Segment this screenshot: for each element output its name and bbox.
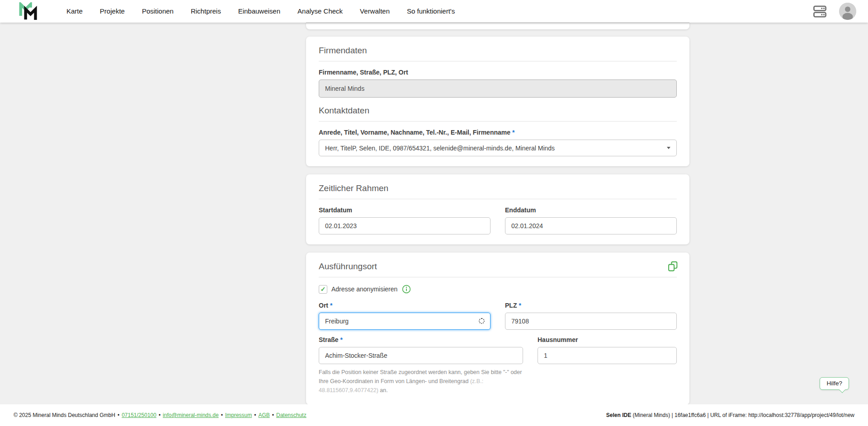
divider <box>319 199 677 199</box>
separator-dot: • <box>159 412 160 418</box>
speech-bubble-tail <box>839 387 845 393</box>
plz-input[interactable] <box>505 313 677 330</box>
startdatum-group: Startdatum <box>319 206 491 234</box>
required-asterisk: * <box>512 129 514 136</box>
required-asterisk: * <box>519 302 521 309</box>
divider <box>319 277 677 277</box>
strasse-group: Straße* Falls die Position keiner Straße… <box>319 336 523 395</box>
help-button[interactable]: Hilfe? <box>820 377 849 390</box>
divider <box>319 121 677 122</box>
divider <box>319 61 677 61</box>
server-icon[interactable] <box>812 4 827 19</box>
required-asterisk: * <box>330 302 332 309</box>
anonymize-checkbox[interactable]: ✓ <box>319 285 327 294</box>
firmendaten-card: Firmendaten Firmenname, Straße, PLZ, Ort… <box>306 37 689 166</box>
debug-details: (Mineral Minds) | 16fae1ffc6a6 | URL of … <box>631 412 854 418</box>
anonymize-row: ✓ Adresse anonymisieren <box>319 285 677 294</box>
contact-field-label-text: Anrede, Titel, Vorname, Nachname, Tel.-N… <box>319 129 510 136</box>
hint-suffix: an. <box>378 387 388 393</box>
nav-item-einbauweisen[interactable]: Einbauweisen <box>230 0 289 23</box>
ort-label: Ort* <box>319 302 491 309</box>
logo-mark-icon <box>18 2 39 20</box>
copyright-text: © 2025 Mineral Minds Deutschland GmbH <box>14 412 115 418</box>
hausnummer-input[interactable] <box>538 347 677 364</box>
copy-icon[interactable] <box>667 261 679 274</box>
enddatum-input[interactable] <box>505 217 677 234</box>
enddatum-label: Enddatum <box>505 206 677 214</box>
nav-item-verwalten[interactable]: Verwalten <box>351 0 398 23</box>
separator-dot: • <box>272 412 274 418</box>
company-field-label: Firmenname, Straße, PLZ, Ort <box>319 69 677 76</box>
footer-agb-link[interactable]: AGB <box>258 412 269 418</box>
footer-left: © 2025 Mineral Minds Deutschland GmbH • … <box>14 412 307 418</box>
required-asterisk: * <box>340 336 343 343</box>
top-navbar: Karte Projekte Positionen Richtpreis Ein… <box>0 0 868 23</box>
startdatum-input[interactable] <box>319 217 491 234</box>
anonymize-label: Adresse anonymisieren <box>331 286 397 293</box>
kontaktdaten-title: Kontaktdaten <box>319 106 677 116</box>
strasse-label: Straße* <box>319 336 523 343</box>
startdatum-label: Startdatum <box>319 206 491 214</box>
nav-item-richtpreis[interactable]: Richtpreis <box>182 0 230 23</box>
plz-group: PLZ* <box>505 302 677 330</box>
plz-label: PLZ* <box>505 302 677 309</box>
footer-datenschutz-link[interactable]: Datenschutz <box>276 412 307 418</box>
form-column: Firmendaten Firmenname, Straße, PLZ, Ort… <box>306 23 689 426</box>
ausfuehrungsort-card: Ausführungsort ✓ Adresse anonymisieren O… <box>306 253 689 405</box>
hausnummer-label: Hausnummer <box>538 336 677 343</box>
nav-item-projekte[interactable]: Projekte <box>91 0 133 23</box>
strasse-hint-text: Falls die Position keiner Straße zugeord… <box>319 368 523 395</box>
contact-select[interactable]: Herr, TitelP, Selen, IDE, 0987/654321, s… <box>319 140 677 156</box>
ort-label-text: Ort <box>319 302 328 309</box>
help-button-label: Hilfe? <box>826 380 842 387</box>
plz-label-text: PLZ <box>505 302 517 309</box>
hint-main: Falls die Position keiner Straße zugeord… <box>319 369 522 384</box>
nav-item-karte[interactable]: Karte <box>58 0 91 23</box>
footer: © 2025 Mineral Minds Deutschland GmbH • … <box>0 404 868 426</box>
loading-spinner-icon <box>479 318 485 324</box>
separator-dot: • <box>254 412 256 418</box>
ausfuehrungsort-title: Ausführungsort <box>319 262 677 272</box>
navbar-right <box>812 3 856 20</box>
nav-item-positionen[interactable]: Positionen <box>133 0 182 23</box>
info-icon[interactable] <box>402 285 411 294</box>
strasse-input[interactable] <box>319 347 523 364</box>
ort-input[interactable] <box>319 313 491 330</box>
strasse-label-text: Straße <box>319 336 339 343</box>
separator-dot: • <box>221 412 223 418</box>
ort-group: Ort* <box>319 302 491 330</box>
contact-select-value: Herr, TitelP, Selen, IDE, 0987/654321, s… <box>325 145 555 152</box>
footer-email-link[interactable]: info@mineral-minds.de <box>163 412 219 418</box>
previous-card-fragment <box>306 23 689 29</box>
footer-phone-link[interactable]: 07151/250100 <box>122 412 156 418</box>
debug-app-name: Selen IDE <box>606 412 631 418</box>
contact-field-label: Anrede, Titel, Vorname, Nachname, Tel.-N… <box>319 129 677 136</box>
main-navigation: Karte Projekte Positionen Richtpreis Ein… <box>58 0 463 23</box>
zeitlicher-rahmen-title: Zeitlicher Rahmen <box>319 183 677 193</box>
nav-item-so-funktionierts[interactable]: So funktioniert's <box>398 0 463 23</box>
nav-item-analyse-check[interactable]: Analyse Check <box>289 0 351 23</box>
zeitlicher-rahmen-card: Zeitlicher Rahmen Startdatum Enddatum <box>306 174 689 244</box>
user-avatar-icon[interactable] <box>839 3 856 20</box>
separator-dot: • <box>118 412 119 418</box>
mineral-minds-logo[interactable] <box>18 2 39 20</box>
company-name-field <box>319 80 677 98</box>
firmendaten-title: Firmendaten <box>319 46 677 56</box>
footer-debug-info: Selen IDE (Mineral Minds) | 16fae1ffc6a6… <box>606 412 854 418</box>
footer-impressum-link[interactable]: Impressum <box>225 412 252 418</box>
hausnummer-group: Hausnummer <box>538 336 677 395</box>
enddatum-group: Enddatum <box>505 206 677 234</box>
chevron-down-icon <box>667 147 670 149</box>
